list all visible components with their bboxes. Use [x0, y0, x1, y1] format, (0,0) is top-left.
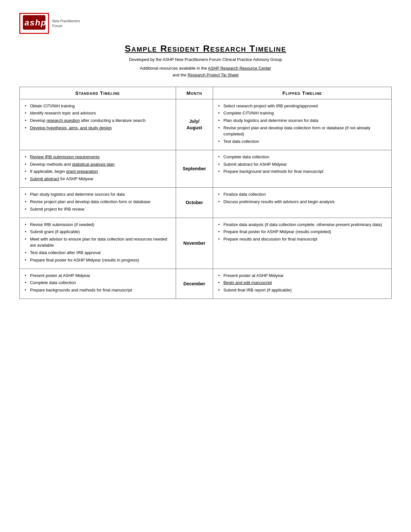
- flipped-december: Present poster at ASHP Midyear Begin and…: [213, 269, 392, 299]
- list-item: Prepare background and methods for final…: [218, 169, 387, 175]
- list-item: Meet with advisor to ensure plan for dat…: [24, 236, 171, 249]
- list-item: Prepare final poster for ASHP Midyear (r…: [24, 257, 171, 263]
- logo-box: ashp New Practitioners Forum: [19, 13, 80, 34]
- list-item: Prepare backgrounds and methods for fina…: [24, 287, 171, 293]
- flipped-july: Select research project with IRB pending…: [213, 99, 392, 150]
- list-item: Finalize data collection: [218, 192, 387, 198]
- logo-tagline: New Practitioners Forum: [52, 19, 80, 28]
- resources-text1: Additional resources available in the: [140, 66, 207, 71]
- list-item: Submit project for IRB review: [24, 206, 171, 212]
- list-item: Present poster at ASHP Midyear: [24, 273, 171, 279]
- flipped-october: Finalize data collection Discuss prelimi…: [213, 188, 392, 218]
- list-item: Develop methods and statistical analysis…: [24, 162, 171, 168]
- month-july: July/August: [176, 99, 213, 150]
- resources-section: Additional resources available in the AS…: [19, 65, 392, 79]
- table-row: Present poster at ASHP Midyear Complete …: [20, 269, 392, 299]
- list-item: Revise IRB submission (if needed): [24, 222, 171, 228]
- header-logo: ashp New Practitioners Forum: [19, 13, 392, 34]
- table-row: Plan study logistics and determine sourc…: [20, 188, 392, 218]
- list-item: Finalize data analysis (if data collecti…: [218, 222, 387, 228]
- list-item: Plan study logistics and determine sourc…: [24, 192, 171, 198]
- list-item: Develop hypothesis, aims, and study desi…: [24, 125, 171, 131]
- table-row: Review IRB submission requirements Devel…: [20, 150, 392, 187]
- timeline-table: Standard Timeline Month Flipped Timeline…: [19, 87, 392, 299]
- list-item: Obtain CITI/NIH training: [24, 103, 171, 109]
- list-item: Complete CITI/NIH training: [218, 110, 387, 116]
- month-september: September: [176, 150, 213, 187]
- list-item: Begin and edit manuscript: [218, 280, 387, 286]
- list-item: Submit abstract for ASHP Midyear: [218, 162, 387, 168]
- list-item: If applicable, begin grant preparation: [24, 169, 171, 175]
- list-item: Complete data collection: [24, 280, 171, 286]
- month-december: December: [176, 269, 213, 299]
- standard-december: Present poster at ASHP Midyear Complete …: [20, 269, 176, 299]
- standard-july: Obtain CITI/NIH training Identify resear…: [20, 99, 176, 150]
- list-item: Discuss preliminary results with advisor…: [218, 199, 387, 205]
- list-item: Prepare final poster for ASHP Midyear (r…: [218, 229, 387, 235]
- list-item: Submit grant (if applicable): [24, 229, 171, 235]
- standard-october: Plan study logistics and determine sourc…: [20, 188, 176, 218]
- list-item: Submit abstract for ASHP Midyear: [24, 176, 171, 182]
- list-item: Submit final IRB report (if applicable): [218, 287, 387, 293]
- resources-text2: and the: [172, 73, 186, 77]
- table-row: Obtain CITI/NIH training Identify resear…: [20, 99, 392, 150]
- flipped-september: Complete data collection Submit abstract…: [213, 150, 392, 187]
- tip-sheet-link[interactable]: Research Project Tip Sheet: [188, 73, 239, 77]
- list-item: Test data collection after IRB approval: [24, 250, 171, 256]
- page-title: Sample Resident Research Timeline: [19, 44, 392, 54]
- list-item: Revise project plan and develop data col…: [218, 125, 387, 137]
- ashp-logo: ashp: [19, 13, 49, 34]
- list-item: Plan study logistics and determine sourc…: [218, 118, 387, 124]
- month-october: October: [176, 188, 213, 218]
- table-row: Revise IRB submission (if needed) Submit…: [20, 218, 392, 269]
- list-item: Prepare results and discussion for final…: [218, 236, 387, 242]
- header-standard: Standard Timeline: [20, 87, 176, 99]
- svg-text:ashp: ashp: [24, 18, 45, 27]
- list-item: Identify research topic and advisors: [24, 110, 171, 116]
- list-item: Complete data collection: [218, 154, 387, 160]
- month-november: November: [176, 218, 213, 269]
- ashp-resource-link[interactable]: ASHP Research Resource Center: [208, 66, 271, 71]
- list-item: Select research project with IRB pending…: [218, 103, 387, 109]
- standard-september: Review IRB submission requirements Devel…: [20, 150, 176, 187]
- header-flipped: Flipped Timeline: [213, 87, 392, 99]
- list-item: Develop research question after conducti…: [24, 118, 171, 124]
- header-month: Month: [176, 87, 213, 99]
- list-item: Review IRB submission requirements: [24, 154, 171, 160]
- list-item: Present poster at ASHP Midyear: [218, 273, 387, 279]
- list-item: Test data collection: [218, 139, 387, 145]
- flipped-november: Finalize data analysis (if data collecti…: [213, 218, 392, 269]
- list-item: Revise project plan and develop data col…: [24, 199, 171, 205]
- standard-november: Revise IRB submission (if needed) Submit…: [20, 218, 176, 269]
- subtitle: Developed by the ASHP New Practitioners …: [19, 57, 392, 62]
